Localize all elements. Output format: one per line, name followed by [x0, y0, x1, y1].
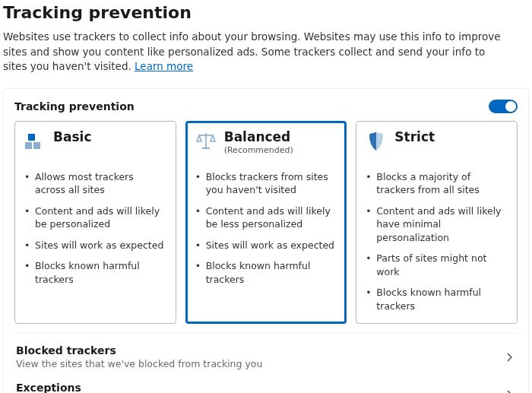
chevron-right-icon — [502, 388, 516, 393]
level-subtitle: (Recommended) — [224, 145, 293, 155]
exceptions-row[interactable]: Exceptions Allow all trackers on sites y… — [14, 374, 518, 393]
strict-icon — [366, 131, 387, 152]
bullet: Content and ads will likely have minimal… — [366, 204, 508, 245]
bullet: Content and ads will likely be less pers… — [195, 204, 337, 231]
svg-rect-1 — [25, 142, 32, 149]
row-title: Blocked trackers — [16, 344, 262, 357]
panel-header: Tracking prevention — [14, 100, 518, 113]
row-title: Exceptions — [16, 382, 194, 393]
intro-body: Websites use trackers to collect info ab… — [3, 30, 501, 72]
level-bullets: Blocks trackers from sites you haven't v… — [195, 170, 337, 287]
bullet: Sites will work as expected — [195, 239, 337, 252]
tracking-prevention-panel: Tracking prevention Basic — [3, 88, 529, 393]
bullet: Parts of sites might not work — [366, 252, 508, 278]
level-bullets: Blocks a majority of trackers from all s… — [366, 170, 508, 313]
tracking-toggle[interactable] — [489, 100, 518, 113]
row-sub: View the sites that we've blocked from t… — [16, 358, 262, 369]
level-title: Balanced — [224, 129, 293, 144]
bullet: Content and ads will likely be personali… — [24, 204, 166, 231]
level-title: Strict — [394, 129, 435, 144]
bullet: Sites will work as expected — [24, 239, 166, 252]
bullet: Blocks known harmful trackers — [366, 286, 508, 312]
svg-rect-0 — [28, 134, 35, 141]
level-card-balanced[interactable]: Balanced (Recommended) Blocks trackers f… — [185, 121, 347, 325]
level-title: Basic — [53, 129, 91, 144]
bullet: Blocks known harmful trackers — [24, 259, 166, 286]
bullet: Blocks trackers from sites you haven't v… — [195, 170, 337, 197]
balanced-icon — [195, 131, 217, 152]
bullet: Allows most trackers across all sites — [24, 170, 166, 197]
basic-icon — [24, 131, 46, 152]
level-cards: Basic Allows most trackers across all si… — [14, 121, 518, 325]
svg-rect-2 — [33, 142, 40, 149]
chevron-right-icon — [502, 350, 516, 364]
blocked-trackers-row[interactable]: Blocked trackers View the sites that we'… — [14, 333, 518, 374]
intro-text: Websites use trackers to collect info ab… — [3, 30, 505, 74]
page-title: Tracking prevention — [3, 3, 529, 22]
bullet: Blocks a majority of trackers from all s… — [366, 170, 508, 197]
panel-title: Tracking prevention — [14, 100, 135, 113]
learn-more-link[interactable]: Learn more — [135, 60, 193, 72]
level-card-basic[interactable]: Basic Allows most trackers across all si… — [14, 121, 176, 325]
toggle-knob — [505, 101, 516, 112]
level-bullets: Allows most trackers across all sites Co… — [24, 170, 166, 287]
level-card-strict[interactable]: Strict Blocks a majority of trackers fro… — [356, 121, 518, 325]
bullet: Blocks known harmful trackers — [195, 259, 337, 286]
